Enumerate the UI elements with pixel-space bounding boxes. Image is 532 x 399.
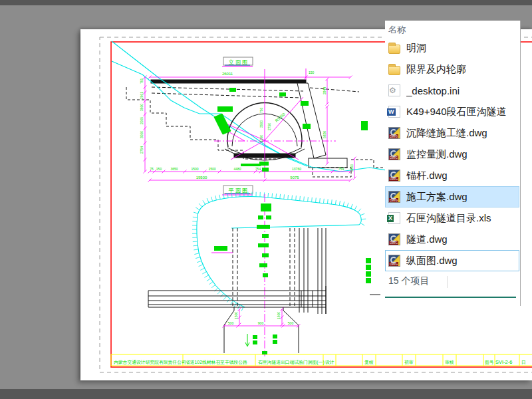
file-row[interactable]: 明洞 [385, 37, 519, 59]
dwg-file-icon: DWG [388, 191, 400, 203]
file-name-label: 沉降缝施工缝.dwg [406, 127, 487, 140]
dwg-file-icon: DWG [388, 148, 400, 160]
file-name-label: _desktop.ini [406, 85, 460, 96]
panel-bottom-divider [385, 297, 516, 298]
dwg-file-icon: DWG [388, 255, 400, 267]
file-name-label: 监控量测.dwg [406, 148, 467, 161]
file-list-panel: 名称 明洞限界及内轮廓⚙_desktop.iniWK49+940段石匣沟隧道DW… [385, 21, 521, 306]
file-name-label: K49+940段石匣沟隧道 [406, 106, 506, 118]
file-name-label: 施工方案.dwg [406, 191, 467, 203]
file-name-label: 锚杆.dwg [406, 170, 448, 182]
dwg-file-icon: DWG [388, 170, 400, 182]
dwg-file-icon: DWG [388, 233, 400, 245]
file-name-label: 隧道.dwg [406, 233, 448, 246]
file-row[interactable]: ⚙_desktop.ini [385, 80, 519, 101]
file-list: 明洞限界及内轮廓⚙_desktop.iniWK49+940段石匣沟隧道DWG沉降… [385, 37, 519, 271]
file-row[interactable]: DWG隧道.dwg [385, 229, 519, 250]
file-name-label: 石匣沟隧道目录.xls [406, 212, 491, 225]
folder-icon [388, 66, 400, 75]
status-bar: 15 个项目 [388, 275, 518, 287]
dwg-file-icon: DWG [388, 127, 400, 139]
folder-icon [388, 45, 400, 54]
file-row[interactable]: DWG监控量测.dwg [385, 144, 519, 165]
file-row[interactable]: X石匣沟隧道目录.xls [385, 207, 519, 229]
ini-file-icon: ⚙ [388, 84, 400, 96]
word-file-icon: W [388, 106, 400, 118]
status-divider [447, 276, 448, 288]
item-count-label: 15 个项目 [388, 275, 429, 286]
file-name-label: 纵面图.dwg [406, 255, 458, 267]
file-name-label: 限界及内轮廓 [406, 63, 466, 76]
column-header-name[interactable]: 名称 [385, 21, 520, 38]
file-row[interactable]: DWG沉降缝施工缝.dwg [385, 122, 519, 144]
file-row[interactable]: 限界及内轮廓 [385, 59, 519, 80]
top-bar [0, 0, 532, 5]
file-row[interactable]: DWG施工方案.dwg [385, 186, 519, 207]
file-name-label: 明洞 [406, 42, 426, 55]
bottom-bar [0, 389, 532, 399]
file-row[interactable]: DWG锚杆.dwg [385, 165, 519, 186]
file-row[interactable]: DWG纵面图.dwg [385, 250, 519, 271]
xls-file-icon: X [388, 212, 400, 224]
file-row[interactable]: WK49+940段石匣沟隧道 [385, 101, 519, 122]
app-background: 立 面 图平 面 图260111507515036501500150044807… [0, 0, 532, 399]
